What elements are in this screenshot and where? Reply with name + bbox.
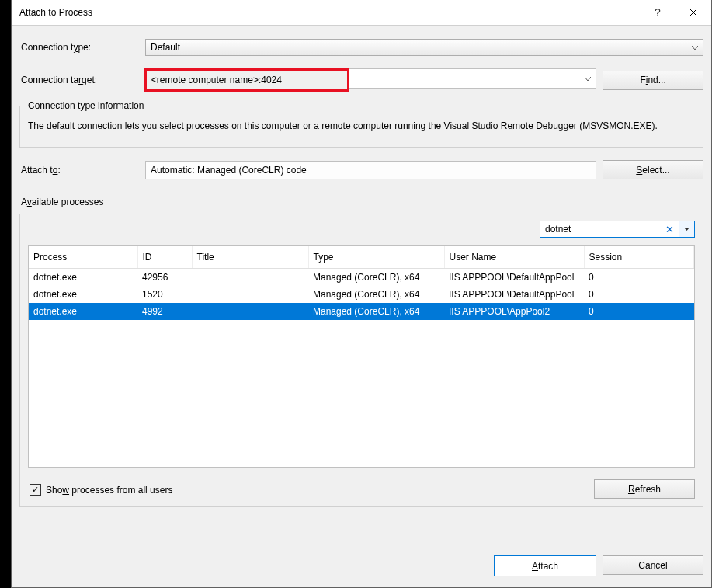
dialog-window: Attach to Process ? Connection type: Def… (11, 0, 712, 588)
filter-input[interactable]: dotnet ✕ (540, 221, 679, 238)
dialog-buttons: Attach Cancel (494, 555, 703, 576)
filter-dropdown-button[interactable] (679, 221, 695, 238)
col-id[interactable]: ID (137, 246, 192, 269)
attach-to-label: Attach to: (19, 165, 145, 176)
cell-user: IIS APPPOOL\DefaultAppPool (444, 269, 584, 287)
table-row[interactable]: dotnet.exe1520Managed (CoreCLR), x64IIS … (29, 286, 694, 303)
process-panel: dotnet ✕ Process ID (19, 214, 703, 507)
connection-type-info-group: Connection type information The default … (19, 106, 703, 148)
connection-target-label: Connection target: (19, 75, 145, 85)
attach-to-value: Automatic: Managed (CoreCLR) code (145, 161, 596, 179)
cell-title (192, 286, 308, 303)
chevron-down-icon (692, 42, 698, 53)
col-process[interactable]: Process (29, 246, 137, 269)
col-session[interactable]: Session (584, 246, 694, 269)
cell-session: 0 (584, 269, 694, 287)
filter-row: dotnet ✕ (540, 221, 695, 238)
cell-session: 0 (584, 303, 694, 320)
connection-target-value: <remote computer name>:4024 (151, 75, 282, 85)
refresh-button[interactable]: Refresh (594, 479, 695, 499)
cell-session: 0 (584, 286, 694, 303)
cell-id: 4992 (137, 303, 192, 320)
connection-type-value: Default (151, 42, 180, 53)
chevron-down-icon (585, 73, 591, 84)
col-title[interactable]: Title (192, 246, 308, 269)
table-header-row: Process ID Title Type User Name Session (29, 246, 694, 269)
cell-user: IIS APPPOOL\DefaultAppPool (444, 286, 584, 303)
cell-id: 42956 (137, 269, 192, 287)
cell-title (192, 269, 308, 287)
connection-target-combo[interactable]: <remote computer name>:4024 (145, 68, 596, 92)
cell-type: Managed (CoreCLR), x64 (308, 269, 444, 287)
connection-type-label: Connection type: (19, 42, 145, 53)
cell-user: IIS APPPOOL\AppPool2 (444, 303, 584, 320)
clear-filter-icon[interactable]: ✕ (665, 224, 676, 235)
cell-type: Managed (CoreCLR), x64 (308, 303, 444, 320)
show-all-users-label: Show processes from all users (46, 485, 172, 496)
attach-to-row: Attach to: Automatic: Managed (CoreCLR) … (12, 160, 711, 179)
cell-process: dotnet.exe (29, 269, 137, 287)
available-processes-label: Available processes (21, 197, 711, 207)
cell-process: dotnet.exe (29, 303, 137, 320)
connection-type-row: Connection type: Default (12, 39, 711, 56)
help-button[interactable]: ? (640, 0, 676, 25)
select-button[interactable]: Select... (603, 160, 703, 179)
titlebar: Attach to Process ? (12, 0, 711, 26)
cancel-button[interactable]: Cancel (603, 555, 703, 575)
table-row[interactable]: dotnet.exe42956Managed (CoreCLR), x64IIS… (29, 269, 694, 287)
checkbox-icon: ✓ (30, 484, 41, 496)
filter-value: dotnet (545, 224, 571, 235)
cell-type: Managed (CoreCLR), x64 (308, 286, 444, 303)
cell-title (192, 303, 308, 320)
connection-type-combo[interactable]: Default (145, 39, 703, 56)
attach-button[interactable]: Attach (494, 555, 596, 576)
close-button[interactable] (676, 0, 711, 25)
chevron-down-icon (684, 228, 689, 231)
process-grid[interactable]: Process ID Title Type User Name Session … (28, 245, 695, 468)
connection-target-rest (349, 68, 596, 89)
table-row[interactable]: dotnet.exe4992Managed (CoreCLR), x64IIS … (29, 303, 694, 320)
close-icon (689, 9, 697, 16)
window-title: Attach to Process (12, 7, 92, 18)
connection-target-row: Connection target: <remote computer name… (12, 68, 711, 92)
cell-process: dotnet.exe (29, 286, 137, 303)
col-type[interactable]: Type (308, 246, 444, 269)
find-button[interactable]: Find... (603, 71, 703, 90)
show-all-users-checkbox[interactable]: ✓ Show processes from all users (30, 484, 172, 496)
group-title: Connection type information (25, 100, 147, 111)
col-user[interactable]: User Name (444, 246, 584, 269)
connection-target-highlight: <remote computer name>:4024 (144, 68, 349, 92)
cell-id: 1520 (137, 286, 192, 303)
group-text: The default connection lets you select p… (28, 119, 695, 133)
